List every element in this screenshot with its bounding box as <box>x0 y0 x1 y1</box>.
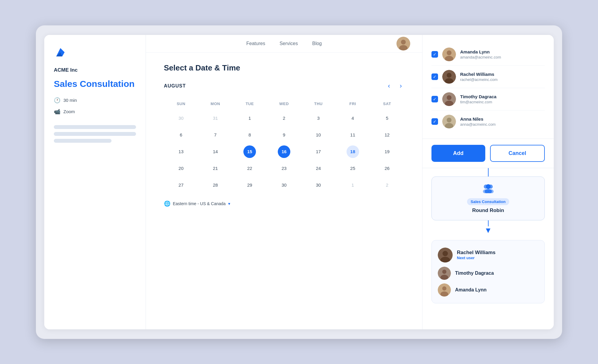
cal-day-1-0[interactable]: 6 <box>164 127 198 143</box>
calendar-week-0: 303112345 <box>164 110 404 126</box>
nav-avatar <box>396 37 410 50</box>
svg-point-1 <box>401 40 406 44</box>
cal-day-1-3[interactable]: 9 <box>267 127 301 143</box>
user-email-2: tim@acmeinc.com <box>460 100 545 104</box>
prev-month-button[interactable]: ‹ <box>385 81 392 91</box>
user-list-item: ✓ Timothy Dagraca tim@acmeinc.com <box>431 88 545 110</box>
cal-day-2-5[interactable]: 18 <box>347 145 359 158</box>
duration-meta: 🕐 30 min <box>54 97 136 104</box>
cal-day-1-1[interactable]: 7 <box>198 127 233 143</box>
svg-point-7 <box>447 73 451 78</box>
right-panel: ✓ Amanda Lynn amanda@acmeinc.com ✓ Rache… <box>422 35 554 329</box>
cal-day-0-5[interactable]: 4 <box>335 110 370 126</box>
user-checkbox-1[interactable]: ✓ <box>431 73 438 80</box>
cal-day-1-6[interactable]: 12 <box>370 127 404 143</box>
cal-day-0-3[interactable]: 2 <box>267 110 301 126</box>
user-avatar-3 <box>442 115 456 128</box>
center-panel: Features Services Blog Select a Date & T… <box>146 35 422 329</box>
next-month-button[interactable]: › <box>397 81 404 91</box>
cal-day-4-0[interactable]: 27 <box>164 177 198 193</box>
calendar-section: Select a Date & Time AUGUST ‹ › SUN MON … <box>146 53 422 218</box>
skeleton-lines <box>54 125 136 143</box>
user-checkbox-3[interactable]: ✓ <box>431 118 438 125</box>
cal-day-2-2[interactable]: 15 <box>243 145 256 158</box>
cal-day-4-6: 2 <box>370 177 404 193</box>
cal-day-2-3[interactable]: 16 <box>278 145 290 158</box>
cal-day-4-2[interactable]: 29 <box>233 177 267 193</box>
add-button[interactable]: Add <box>431 145 485 162</box>
skeleton-2 <box>54 132 136 136</box>
calendar-grid: SUN MON TUE WED THU FRI SAT 303112345678… <box>164 98 404 193</box>
day-header-sat: SAT <box>370 98 404 110</box>
nav-features[interactable]: Features <box>246 41 265 46</box>
cal-day-4-1[interactable]: 28 <box>198 177 233 193</box>
user-list-item: ✓ Amanda Lynn amanda@acmeinc.com <box>431 43 545 66</box>
user-list-item: ✓ Anna Niles anna@acmeinc.com <box>431 110 545 133</box>
rr-label: Round Robin <box>472 208 504 214</box>
user-avatar-1 <box>442 70 456 84</box>
round-robin-section: Sales Consultation Round Robin ▼ <box>422 168 554 240</box>
checkmark-icon: ✓ <box>433 119 437 124</box>
user-list-item: ✓ Rachel Williams rachel@acmeinc.com <box>431 66 545 88</box>
rr-icon <box>482 183 494 196</box>
queue-item: Amanda Lynn <box>438 282 538 298</box>
nav-bar: Features Services Blog <box>146 35 422 53</box>
calendar-week-3: 20212223242526 <box>164 160 404 176</box>
cal-day-1-2[interactable]: 8 <box>233 127 267 143</box>
user-checkbox-2[interactable]: ✓ <box>431 96 438 102</box>
svg-point-10 <box>447 95 451 100</box>
cal-day-3-2[interactable]: 22 <box>233 160 267 176</box>
next-user-info: Rachel Williams Next user <box>457 250 495 260</box>
queue-avatar-0 <box>438 267 451 280</box>
queue-name-0: Timothy Dagraca <box>455 271 494 276</box>
cal-day-2-4[interactable]: 17 <box>301 144 335 160</box>
cal-day-3-6[interactable]: 26 <box>370 160 404 176</box>
user-info-1: Rachel Williams rachel@acmeinc.com <box>460 72 545 82</box>
day-header-sun: SUN <box>164 98 198 110</box>
day-header-fri: FRI <box>335 98 370 110</box>
cal-day-4-4[interactable]: 30 <box>301 177 335 193</box>
cal-day-0-0: 30 <box>164 110 198 126</box>
cal-day-3-4[interactable]: 24 <box>301 160 335 176</box>
svg-point-22 <box>443 251 448 256</box>
calendar-header: AUGUST ‹ › <box>164 81 404 91</box>
user-checkbox-0[interactable]: ✓ <box>431 51 438 58</box>
next-user-section: Rachel Williams Next user Timothy Dagrac… <box>422 240 554 306</box>
cal-day-0-4[interactable]: 3 <box>301 110 335 126</box>
dropdown-icon[interactable]: ▾ <box>228 201 230 206</box>
duration-label: 30 min <box>63 98 77 103</box>
calendar-weeks: 3031123456789101112131415161718192021222… <box>164 110 404 193</box>
logo <box>54 46 136 62</box>
connector-top <box>488 168 489 176</box>
cal-day-2-0[interactable]: 13 <box>164 144 198 160</box>
nav-blog[interactable]: Blog <box>312 41 322 46</box>
cal-day-2-1[interactable]: 14 <box>198 144 233 160</box>
cal-day-3-3[interactable]: 23 <box>267 160 301 176</box>
calendar-title: Select a Date & Time <box>164 63 404 73</box>
day-header-thu: THU <box>301 98 335 110</box>
cal-day-4-3[interactable]: 30 <box>267 177 301 193</box>
cal-day-1-5[interactable]: 11 <box>335 127 370 143</box>
cal-day-1-4[interactable]: 10 <box>301 127 335 143</box>
nav-services[interactable]: Services <box>280 41 298 46</box>
calendar-week-4: 272829303012 <box>164 177 404 193</box>
user-name-2: Timothy Dagraca <box>460 94 545 99</box>
video-icon: 📹 <box>54 108 60 115</box>
user-info-3: Anna Niles anna@acmeinc.com <box>460 116 545 127</box>
user-name-0: Amanda Lynn <box>460 49 545 54</box>
month-label: AUGUST <box>164 83 381 89</box>
cal-day-3-5[interactable]: 25 <box>335 160 370 176</box>
svg-point-25 <box>442 270 446 274</box>
clock-icon: 🕐 <box>54 97 60 104</box>
cal-day-3-0[interactable]: 20 <box>164 160 198 176</box>
cal-day-0-6[interactable]: 5 <box>370 110 404 126</box>
cal-day-0-2[interactable]: 1 <box>233 110 267 126</box>
checkmark-icon: ✓ <box>433 74 437 79</box>
svg-point-4 <box>447 50 451 55</box>
next-user-item: Rachel Williams Next user <box>438 245 538 265</box>
queue-item: Timothy Dagraca <box>438 265 538 282</box>
queue-avatar-1 <box>438 283 451 297</box>
cancel-button[interactable]: Cancel <box>490 145 545 162</box>
cal-day-3-1[interactable]: 21 <box>198 160 233 176</box>
cal-day-2-6[interactable]: 19 <box>370 144 404 160</box>
